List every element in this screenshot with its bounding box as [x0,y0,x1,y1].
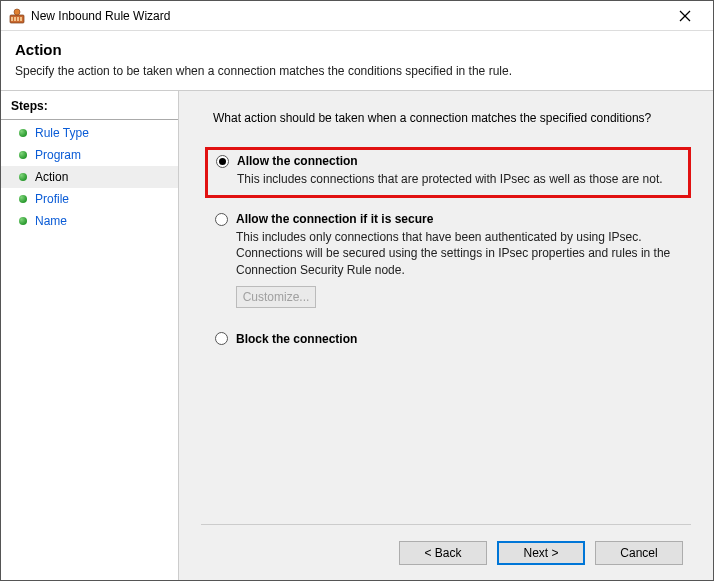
step-bullet-icon [19,195,27,203]
option-label: Allow the connection if it is secure [236,212,433,226]
step-bullet-icon [19,129,27,137]
option-header: Block the connection [215,332,681,346]
sidebar-item-label: Name [35,214,67,228]
next-button[interactable]: Next > [497,541,585,565]
svg-rect-3 [17,17,19,21]
action-prompt: What action should be taken when a conne… [213,111,691,125]
step-bullet-icon [19,173,27,181]
sidebar-item-name[interactable]: Name [1,210,178,232]
titlebar: New Inbound Rule Wizard [1,1,713,31]
option-description: This includes connections that are prote… [237,171,680,187]
radio-allow-if-secure[interactable] [215,213,228,226]
option-description: This includes only connections that have… [236,229,681,278]
page-header: Action Specify the action to be taken wh… [1,31,713,91]
option-allow-connection[interactable]: Allow the connection This includes conne… [205,147,691,198]
sidebar-item-action[interactable]: Action [1,166,178,188]
svg-rect-2 [14,17,16,21]
sidebar-item-label: Rule Type [35,126,89,140]
back-button[interactable]: < Back [399,541,487,565]
body: Steps: Rule Type Program Action Profile … [1,91,713,580]
action-options: Allow the connection This includes conne… [205,147,691,364]
app-icon [9,8,25,24]
page-subtitle: Specify the action to be taken when a co… [15,64,699,78]
window-title: New Inbound Rule Wizard [31,9,665,23]
radio-block-connection[interactable] [215,332,228,345]
svg-rect-1 [11,17,13,21]
option-header: Allow the connection if it is secure [215,212,681,226]
sidebar-item-rule-type[interactable]: Rule Type [1,122,178,144]
main-panel: What action should be taken when a conne… [179,91,713,580]
option-block-connection[interactable]: Block the connection [205,326,691,356]
option-header: Allow the connection [216,154,680,168]
wizard-footer: < Back Next > Cancel [201,524,691,580]
sidebar-item-label: Profile [35,192,69,206]
page-title: Action [15,41,699,58]
option-label: Allow the connection [237,154,358,168]
sidebar-item-label: Action [35,170,68,184]
sidebar-item-profile[interactable]: Profile [1,188,178,210]
close-icon [679,10,691,22]
cancel-button[interactable]: Cancel [595,541,683,565]
radio-allow-connection[interactable] [216,155,229,168]
option-allow-if-secure[interactable]: Allow the connection if it is secure Thi… [205,206,691,318]
wizard-window: New Inbound Rule Wizard Action Specify t… [0,0,714,581]
option-label: Block the connection [236,332,357,346]
steps-header: Steps: [1,95,178,120]
svg-rect-4 [20,17,22,21]
customize-button: Customize... [236,286,316,308]
sidebar-item-label: Program [35,148,81,162]
svg-point-5 [14,9,20,15]
close-button[interactable] [665,2,705,30]
sidebar-item-program[interactable]: Program [1,144,178,166]
steps-sidebar: Steps: Rule Type Program Action Profile … [1,91,179,580]
step-bullet-icon [19,151,27,159]
step-bullet-icon [19,217,27,225]
